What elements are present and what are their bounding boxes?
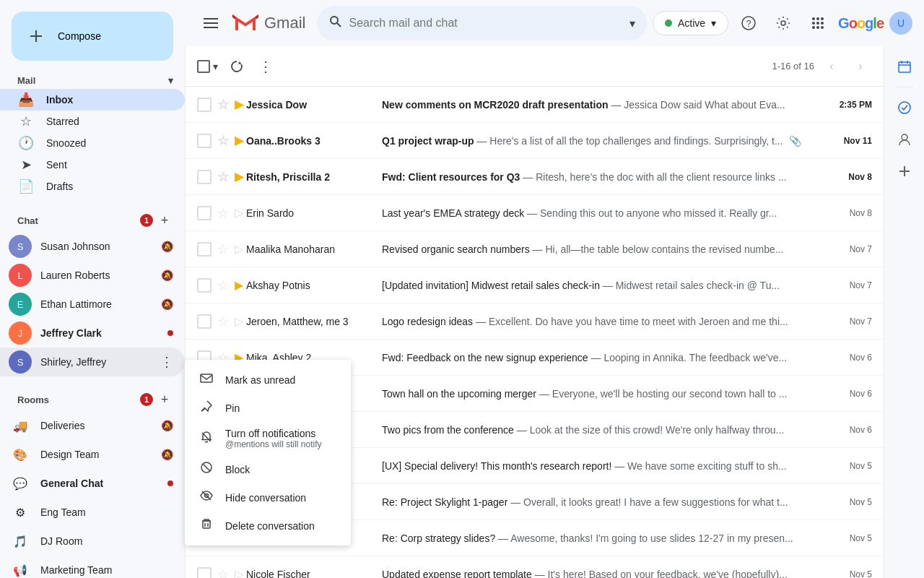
- help-button[interactable]: ?: [734, 9, 763, 38]
- user-avatar[interactable]: U: [889, 12, 912, 35]
- select-dropdown[interactable]: ▾: [210, 58, 221, 75]
- room-item-marketing[interactable]: 📢 Marketing Team: [0, 556, 185, 578]
- email-checkbox[interactable]: [197, 314, 212, 329]
- inbox-icon: 📥: [17, 92, 35, 108]
- important-icon[interactable]: ▶: [235, 278, 243, 292]
- email-date: 2:35 PM: [821, 100, 872, 110]
- email-checkbox[interactable]: [197, 242, 212, 256]
- chat-section-header[interactable]: Chat 1 +: [0, 209, 185, 232]
- gmail-logo: Gmail: [231, 9, 305, 38]
- important-icon[interactable]: ▷: [235, 567, 243, 578]
- chat-item-susan[interactable]: S Susan Johnson 🔕: [0, 232, 185, 261]
- gmail-text: Gmail: [264, 14, 305, 33]
- sent-label: Sent: [46, 159, 173, 171]
- star-icon[interactable]: ☆: [217, 277, 229, 293]
- refresh-button[interactable]: [224, 53, 250, 79]
- table-row[interactable]: ☆ ▶ Oana..Brooks 3 Q1 project wrap-up — …: [186, 123, 884, 159]
- context-menu-item-hide[interactable]: Hide conversation: [185, 483, 351, 512]
- important-icon[interactable]: ▷: [235, 206, 243, 220]
- chat-item-shirley[interactable]: S Shirley, Jeffrey ⋮: [0, 348, 185, 376]
- svg-point-17: [816, 22, 819, 25]
- inbox-label: Inbox: [46, 94, 173, 105]
- email-subject: Revised organic search numbers — Hi, all…: [382, 243, 821, 255]
- apps-button[interactable]: [803, 9, 832, 38]
- context-menu-item-pin[interactable]: Pin: [185, 394, 351, 422]
- select-all-checkbox[interactable]: [197, 60, 210, 73]
- tasks-icon-btn[interactable]: [890, 93, 919, 122]
- important-icon[interactable]: ▶: [235, 98, 243, 111]
- more-icon-shirley[interactable]: ⋮: [160, 354, 173, 370]
- pin-label: Pin: [225, 402, 240, 414]
- star-icon[interactable]: ☆: [217, 241, 229, 257]
- svg-rect-5: [204, 27, 218, 28]
- important-icon[interactable]: ▷: [235, 314, 243, 328]
- table-row[interactable]: ☆ ▶ Jessica Dow New comments on MCR2020 …: [186, 87, 884, 123]
- add-app-button[interactable]: [890, 157, 919, 186]
- email-subject: Fwd: Client resources for Q3 — Ritesh, h…: [382, 171, 821, 183]
- context-menu-item-mark-unread[interactable]: Mark as unread: [185, 366, 351, 394]
- contacts-icon-btn[interactable]: [890, 125, 919, 154]
- context-menu-item-block[interactable]: Block: [185, 455, 351, 483]
- select-all-wrap: ▾: [197, 58, 221, 75]
- status-button[interactable]: Active ▾: [653, 11, 728, 35]
- room-item-deliveries[interactable]: 🚚 Deliveries 🔕: [0, 411, 185, 440]
- table-row[interactable]: ☆ ▷ Nicole Fischer Updated expense repor…: [186, 556, 884, 578]
- mail-section-chevron: ▾: [168, 75, 173, 86]
- email-checkbox[interactable]: [197, 567, 212, 579]
- table-row[interactable]: ☆ ▷ Jeroen, Matthew, me 3 Logo redesign …: [186, 303, 884, 340]
- email-subject: Two pics from the conference — Look at t…: [382, 424, 821, 436]
- calendar-icon-btn[interactable]: [890, 52, 919, 81]
- sidebar-item-snoozed[interactable]: 🕐 Snoozed: [0, 132, 185, 154]
- sidebar-item-inbox[interactable]: 📥 Inbox: [0, 89, 185, 111]
- room-item-design[interactable]: 🎨 Design Team 🔕: [0, 440, 185, 469]
- hide-label: Hide conversation: [225, 492, 306, 504]
- more-options-button[interactable]: ⋮: [253, 53, 279, 79]
- search-dropdown-icon[interactable]: ▾: [629, 17, 635, 30]
- table-row[interactable]: ☆ ▶ Akshay Potnis [Updated invitation] M…: [186, 267, 884, 303]
- email-checkbox[interactable]: [197, 278, 212, 293]
- compose-button[interactable]: Compose: [12, 12, 173, 61]
- email-subject: Re: Corp strategy slides? — Awesome, tha…: [382, 532, 821, 544]
- email-checkbox[interactable]: [197, 134, 212, 148]
- email-subject: New comments on MCR2020 draft presentati…: [382, 99, 821, 111]
- mail-section-header[interactable]: Mail ▾: [0, 72, 185, 89]
- menu-button[interactable]: [196, 9, 225, 38]
- settings-button[interactable]: [769, 9, 798, 38]
- chat-item-ethan[interactable]: E Ethan Lattimore 🔕: [0, 290, 185, 319]
- svg-line-33: [203, 464, 210, 471]
- room-item-general[interactable]: 💬 General Chat: [0, 469, 185, 498]
- email-subject: Town hall on the upcoming merger — Every…: [382, 388, 821, 400]
- star-icon[interactable]: ☆: [217, 314, 229, 329]
- star-icon[interactable]: ☆: [217, 169, 229, 185]
- chat-item-jeffrey[interactable]: J Jeffrey Clark: [0, 319, 185, 348]
- email-checkbox[interactable]: [197, 98, 212, 112]
- add-room-button[interactable]: +: [156, 391, 173, 408]
- search-input[interactable]: [349, 17, 624, 30]
- important-icon[interactable]: ▷: [235, 242, 243, 256]
- important-icon[interactable]: ▶: [235, 170, 243, 184]
- email-sender: Nicole Fischer: [246, 569, 376, 579]
- next-page-button[interactable]: ›: [849, 55, 872, 78]
- table-row[interactable]: ☆ ▷ Erin Sardo Last year's EMEA strategy…: [186, 195, 884, 231]
- star-icon[interactable]: ☆: [217, 205, 229, 221]
- email-checkbox[interactable]: [197, 170, 212, 184]
- email-checkbox[interactable]: [197, 206, 212, 220]
- rooms-section-header[interactable]: Rooms 1 +: [0, 388, 185, 411]
- star-icon[interactable]: ☆: [217, 566, 229, 579]
- star-icon[interactable]: ☆: [217, 97, 229, 113]
- table-row[interactable]: ☆ ▷ Maalika Manoharan Revised organic se…: [186, 231, 884, 267]
- sidebar-item-drafts[interactable]: 📄 Drafts: [0, 176, 185, 197]
- context-menu-item-delete[interactable]: Delete conversation: [185, 512, 351, 540]
- sidebar-item-starred[interactable]: ☆ Starred: [0, 111, 185, 132]
- star-icon[interactable]: ☆: [217, 133, 229, 149]
- table-row[interactable]: ☆ ▶ Ritesh, Priscilla 2 Fwd: Client reso…: [186, 159, 884, 195]
- important-icon[interactable]: ▶: [235, 134, 243, 147]
- add-chat-button[interactable]: +: [156, 212, 173, 229]
- chat-item-lauren[interactable]: L Lauren Roberts 🔕: [0, 261, 185, 290]
- room-item-dj[interactable]: 🎵 DJ Room: [0, 527, 185, 556]
- room-item-eng[interactable]: ⚙ Eng Team: [0, 498, 185, 527]
- notifications-label: Turn off notifications: [225, 428, 322, 439]
- sidebar-item-sent[interactable]: ➤ Sent: [0, 154, 185, 176]
- prev-page-button[interactable]: ‹: [820, 55, 843, 78]
- context-menu-item-notifications[interactable]: Turn off notifications @mentions will st…: [185, 422, 351, 455]
